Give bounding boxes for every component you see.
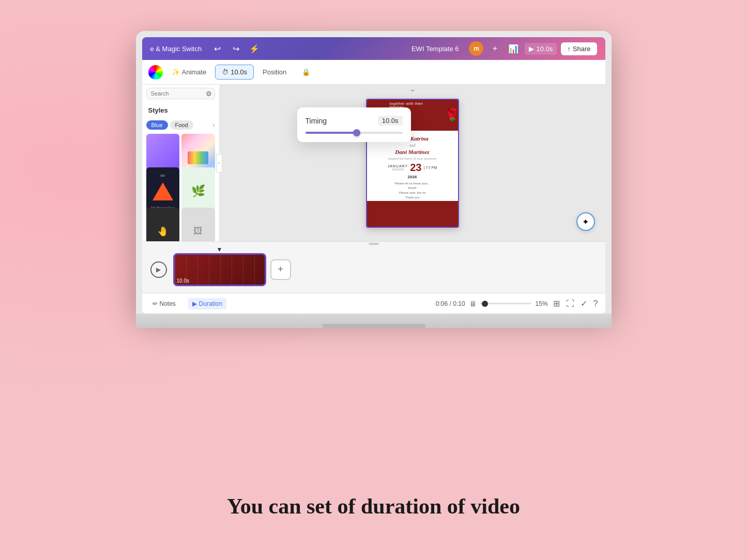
position-label: Position <box>263 68 286 76</box>
invitation-time: | 7:7 PM <box>423 166 437 169</box>
laptop-screen: e & Magic Switch ↩ ↪ ⚡ EWI Template 6 m … <box>142 37 605 314</box>
share-label: Share <box>573 45 591 53</box>
sidebar-search-input[interactable] <box>146 88 215 99</box>
progress-bar-container: 🖥 <box>469 300 531 308</box>
duration-button[interactable]: ▶ Duration <box>188 298 226 309</box>
invitation-year: 2026 <box>372 175 453 179</box>
timing-slider-track <box>306 132 359 134</box>
invitation-month: JANUARY <box>388 164 408 168</box>
color-swatch[interactable] <box>148 65 163 80</box>
timing-slider[interactable] <box>306 132 403 134</box>
top-toolbar: e & Magic Switch ↩ ↪ ⚡ EWI Template 6 m … <box>142 37 605 60</box>
sidebar-grid: ian The Boogie Days 🌿 🤚 <box>142 132 219 241</box>
grid-view-button[interactable]: ⊞ <box>552 298 561 309</box>
bottom-right-controls: 0:06 / 0:10 🖥 15% ⊞ ⛶ <box>436 298 599 309</box>
time-separator: / <box>450 300 453 307</box>
magic-assist-button[interactable]: ✦ <box>576 212 595 231</box>
add-slide-button[interactable]: + <box>270 259 291 280</box>
timeline-track-area: ▼ 10.0s + <box>173 253 597 286</box>
animate-label: Animate <box>182 68 207 76</box>
timing-popup-label: Timing <box>306 117 327 125</box>
chevron-right-icon[interactable]: › <box>213 121 215 129</box>
sidebar-collapse-handle[interactable]: ‹ <box>216 154 222 173</box>
timing-popup-value: 10.0s <box>378 116 403 126</box>
styles-tabs: Blue Food › <box>142 118 219 132</box>
add-button[interactable]: + <box>487 41 502 56</box>
share-button[interactable]: ↑ Share <box>561 42 597 55</box>
invitation-date-short: 00/00/00 <box>388 168 408 171</box>
timing-slider-thumb[interactable] <box>353 129 360 136</box>
invitation-day: 23 <box>410 162 421 173</box>
filter-icon[interactable]: ⚙ <box>206 90 212 98</box>
timeline-play-button[interactable]: ▶ <box>150 261 167 278</box>
analytics-button[interactable]: 📊 <box>506 41 521 56</box>
sidebar-tab-blue[interactable]: Blue <box>146 120 168 130</box>
timeline-drag-handle[interactable] <box>369 243 379 245</box>
lock-icon: 🔒 <box>302 68 310 76</box>
slide-thumbnail[interactable]: 10.0s <box>173 253 266 286</box>
timing-popup: Timing 10.0s <box>297 107 411 142</box>
undo-button[interactable]: ↩ <box>210 41 224 56</box>
timeline-area: ▶ ▼ 10.0s + <box>142 241 605 293</box>
timing-label: 10.0s <box>231 68 247 76</box>
notes-label: Notes <box>160 300 176 307</box>
magic-switch-button[interactable]: ⚡ <box>247 41 262 56</box>
notes-button[interactable]: ✏ Notes <box>148 298 180 309</box>
caption-text: You can set of duration of video <box>227 494 520 519</box>
brand-label: e & Magic Switch <box>150 45 202 53</box>
laptop-container: e & Magic Switch ↩ ↪ ⚡ EWI Template 6 m … <box>136 31 612 328</box>
invitation-date-section: JANUARY 00/00/00 23 | 7:7 PM <box>372 162 453 173</box>
help-button[interactable]: ? <box>592 298 599 309</box>
user-avatar[interactable]: m <box>469 41 483 56</box>
slide-duration-label: 10.0s <box>177 278 189 284</box>
app-ui: e & Magic Switch ↩ ↪ ⚡ EWI Template 6 m … <box>142 37 605 314</box>
notes-icon: ✏ <box>153 300 158 307</box>
progress-thumb[interactable] <box>482 301 488 307</box>
invitation-footer <box>367 201 458 227</box>
timing-icon: ⏱ <box>222 68 228 76</box>
progress-track[interactable] <box>480 303 531 304</box>
sidebar-tab-food[interactable]: Food <box>170 120 193 130</box>
redo-button[interactable]: ↪ <box>228 41 243 56</box>
sidebar-header: Styles <box>142 102 219 118</box>
time-display: 0:06 / 0:10 <box>436 300 465 307</box>
invitation-and: and <box>372 143 453 148</box>
position-tab[interactable]: Position <box>256 65 293 80</box>
second-toolbar: ✨ Animate ⏱ 10.0s Position 🔒 <box>142 60 605 85</box>
sidebar-card-5[interactable]: 🤚 <box>146 208 180 241</box>
check-button[interactable]: ✓ <box>580 298 588 309</box>
left-sidebar: ⚙ Styles Blue Food › <box>142 85 220 241</box>
animate-icon: ✨ <box>172 68 180 76</box>
play-duration-label: 10.0s <box>536 45 553 53</box>
monitor-icon: 🖥 <box>469 300 477 308</box>
laptop-bezel: e & Magic Switch ↩ ↪ ⚡ EWI Template 6 m … <box>136 31 612 314</box>
time-current: 0:06 <box>436 300 448 307</box>
invitation-details: Please let us know your... RSVP Please n… <box>372 181 453 200</box>
template-title: EWI Template 6 <box>411 45 459 53</box>
share-icon: ↑ <box>567 45 571 53</box>
zoom-percent: 15% <box>536 300 548 307</box>
play-icon: ▶ <box>529 45 534 53</box>
laptop-base <box>136 314 612 328</box>
sidebar-card-6[interactable]: 🖼 <box>181 208 215 241</box>
bottom-bar: ✏ Notes ▶ Duration 0:06 / 0:10 <box>142 293 605 314</box>
duration-label: Duration <box>199 300 222 307</box>
timeline-marker-icon: ▼ <box>217 246 223 253</box>
timeline-top-handle <box>142 242 605 246</box>
play-duration-button[interactable]: ▶ 10.0s <box>525 43 557 55</box>
lock-tab[interactable]: 🔒 <box>295 65 317 80</box>
canvas-area: ⌄ together with their families Anna Katr… <box>220 85 605 241</box>
invitation-name2: Dani Martinez <box>372 148 453 156</box>
animate-tab[interactable]: ✨ Animate <box>165 65 214 80</box>
time-total: 0:10 <box>453 300 465 307</box>
fullscreen-button[interactable]: ⛶ <box>565 298 575 309</box>
timeline-controls: ▶ ▼ 10.0s + <box>142 246 605 293</box>
timing-tab[interactable]: ⏱ 10.0s <box>215 65 254 80</box>
duration-icon: ▶ <box>192 300 197 307</box>
